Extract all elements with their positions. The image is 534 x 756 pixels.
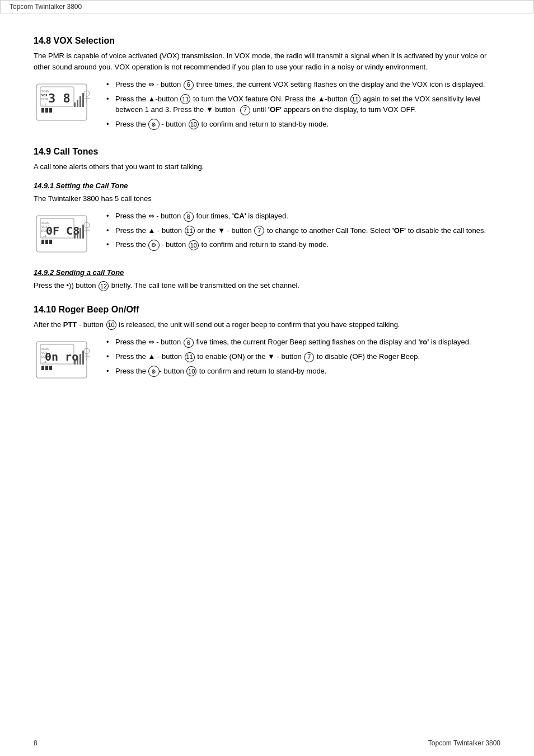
- roger-beep-device-illustration: SCAN VOX DCM ○+4 0n ro: [34, 339, 95, 385]
- vox-device-illustration: SCAN VOX DCM ○+4 3 8: [34, 81, 95, 128]
- section-vox: 14.8 VOX Selection The PMR is capable of…: [34, 36, 500, 133]
- header-bar: Topcom Twintalker 3800: [0, 0, 534, 13]
- svg-text:DCM: DCM: [41, 97, 48, 101]
- circled-11c: 11: [185, 226, 195, 236]
- setting-bullet-3: Press the ⚙ - button 10 to confirm and r…: [106, 239, 500, 251]
- setting-call-tone-block: SCAN VOX DCM ○+4 0F C8: [34, 211, 500, 259]
- svg-text:3 8: 3 8: [48, 91, 71, 105]
- footer-page-number: 8: [34, 739, 38, 747]
- roger-beep-body: After the PTT - button 10 is released, t…: [34, 319, 500, 330]
- circled-10b: 10: [189, 240, 199, 250]
- svg-rect-26: [82, 225, 84, 239]
- svg-rect-6: [74, 102, 76, 107]
- vox-bullet-3: Press the ⚙ - button 10 to confirm and r…: [106, 119, 500, 130]
- circled-6b: 6: [184, 212, 194, 222]
- svg-rect-31: [41, 240, 44, 244]
- header-text: Topcom Twintalker 3800: [10, 3, 82, 11]
- circled-7a: 7: [240, 105, 250, 115]
- section-call-tones: 14.9 Call Tones A call tone alerts other…: [34, 147, 500, 291]
- svg-rect-49: [45, 366, 48, 370]
- footer-bar: 8 Topcom Twintalker 3800: [0, 739, 534, 747]
- subsection-sending-call-tone: 14.9.2 Sending a call Tone Press the •))…: [34, 268, 500, 291]
- circled-10d: 10: [186, 366, 196, 376]
- roger-beep-bullets: Press the ⇔ - button 6 five times, the c…: [106, 337, 500, 380]
- page: Topcom Twintalker 3800 14.8 VOX Selectio…: [0, 0, 534, 756]
- sending-call-tone-title: 14.9.2 Sending a call Tone: [34, 268, 500, 277]
- svg-text:0n ro: 0n ro: [45, 350, 78, 363]
- call-tones-body: A call tone alerts others that you want …: [34, 161, 500, 172]
- call-tones-title: 14.9 Call Tones: [34, 147, 500, 157]
- roger-beep-bullet-3: Press the ⚙- button 10 to confirm and re…: [106, 366, 500, 377]
- sending-call-tone-body: Press the •)) button 12 briefly. The cal…: [34, 280, 500, 291]
- roger-beep-bullet-2: Press the ▲ - button 11 to enable (ON) o…: [106, 351, 500, 362]
- circled-11b: 11: [350, 94, 360, 104]
- vox-bullet-2: Press the ▲-button 11 to turn the VOX fe…: [106, 94, 500, 115]
- circled-10c: 10: [106, 320, 116, 330]
- call-tone-device-svg: SCAN VOX DCM ○+4 0F C8: [34, 213, 95, 258]
- svg-rect-50: [49, 366, 52, 370]
- svg-rect-32: [45, 240, 48, 244]
- svg-text:VOX: VOX: [41, 94, 48, 97]
- section-roger-beep: 14.10 Roger Beep On/Off After the PTT - …: [34, 305, 500, 386]
- vox-bullet-list: Press the ⇔ - button 6 three times, the …: [106, 79, 500, 133]
- setting-call-tone-bullets: Press the ⇔ - button 6 four times, 'CA' …: [106, 211, 500, 254]
- vox-title: 14.8 VOX Selection: [34, 36, 500, 46]
- svg-rect-9: [82, 93, 84, 107]
- content: 14.8 VOX Selection The PMR is capable of…: [0, 13, 534, 414]
- svg-rect-42: [79, 354, 81, 365]
- roger-beep-block: SCAN VOX DCM ○+4 0n ro: [34, 337, 500, 385]
- circled-12: 12: [99, 281, 109, 291]
- circled-7c: 7: [304, 352, 314, 362]
- circled-7b: 7: [254, 226, 264, 236]
- roger-beep-bullet-1: Press the ⇔ - button 6 five times, the c…: [106, 337, 500, 348]
- setting-call-tone-body: The Twintalker 3800 has 5 call tones: [34, 193, 500, 204]
- svg-rect-8: [79, 96, 81, 107]
- setting-call-tone-title: 14.9.1 Setting the Call Tone: [34, 181, 500, 190]
- svg-rect-43: [82, 351, 84, 365]
- circled-6c: 6: [184, 338, 194, 348]
- roger-beep-title: 14.10 Roger Beep On/Off: [34, 305, 500, 315]
- svg-rect-33: [49, 240, 52, 244]
- vox-bullet-1: Press the ⇔ - button 6 three times, the …: [106, 79, 500, 90]
- footer-brand: Topcom Twintalker 3800: [428, 739, 500, 747]
- vox-device-svg: SCAN VOX DCM ○+4 3 8: [34, 81, 95, 126]
- subsection-setting-call-tone: 14.9.1 Setting the Call Tone The Twintal…: [34, 181, 500, 260]
- circled-11a: 11: [180, 94, 190, 104]
- svg-rect-48: [41, 366, 44, 370]
- svg-text:0F C8: 0F C8: [46, 224, 79, 237]
- setting-bullet-2: Press the ▲ - button 11 or the ▼ - butto…: [106, 225, 500, 236]
- vox-instruction-block: SCAN VOX DCM ○+4 3 8: [34, 79, 500, 133]
- svg-rect-15: [45, 108, 48, 113]
- roger-beep-device-svg: SCAN VOX DCM ○+4 0n ro: [34, 339, 95, 384]
- call-tone-device-illustration: SCAN VOX DCM ○+4 0F C8: [34, 213, 95, 259]
- svg-text:○+4: ○+4: [41, 103, 46, 106]
- svg-rect-16: [49, 108, 52, 113]
- circled-10a: 10: [189, 119, 199, 129]
- setting-bullet-1: Press the ⇔ - button 6 four times, 'CA' …: [106, 211, 500, 222]
- svg-rect-7: [77, 100, 78, 107]
- svg-rect-14: [41, 108, 44, 113]
- svg-rect-25: [79, 228, 81, 239]
- circled-6: 6: [184, 80, 194, 90]
- vox-body: The PMR is capable of voice activated (V…: [34, 50, 500, 72]
- circled-11d: 11: [185, 352, 195, 362]
